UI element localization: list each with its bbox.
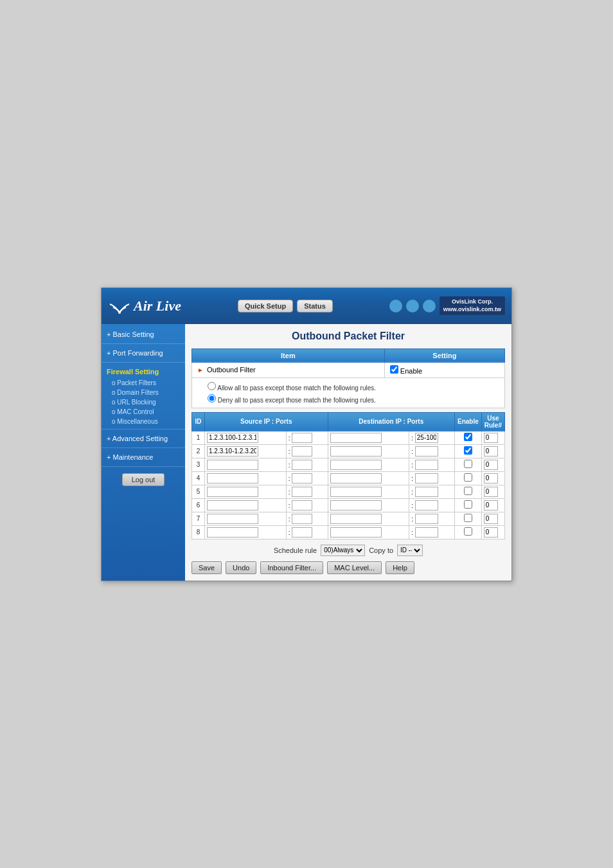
src-ip-input-4[interactable] bbox=[207, 473, 258, 484]
dst-ip-cell-6 bbox=[328, 498, 409, 512]
src-ip-input-3[interactable] bbox=[207, 460, 258, 470]
rule-input-4[interactable] bbox=[484, 473, 498, 484]
dst-port-input-7[interactable] bbox=[415, 514, 438, 524]
sidebar-divider-4 bbox=[102, 448, 185, 448]
dst-ip-cell-2 bbox=[328, 444, 409, 458]
dst-ip-input-2[interactable] bbox=[330, 446, 382, 457]
src-port-input-3[interactable] bbox=[292, 460, 312, 470]
logout-button[interactable]: Log out bbox=[122, 473, 165, 486]
sidebar-divider-1 bbox=[102, 343, 185, 344]
dst-port-input-1[interactable] bbox=[415, 433, 438, 443]
col-item: Item bbox=[192, 348, 385, 362]
table-row: 1 : : bbox=[192, 431, 505, 444]
src-ip-input-8[interactable] bbox=[207, 527, 258, 538]
enable-check-8[interactable] bbox=[464, 527, 472, 536]
src-port-input-8[interactable] bbox=[292, 527, 312, 538]
dst-ip-cell-5 bbox=[328, 485, 409, 498]
src-ip-input-2[interactable] bbox=[207, 446, 258, 457]
src-port-cell-7: : bbox=[286, 512, 328, 525]
src-port-input-4[interactable] bbox=[292, 473, 312, 484]
src-ip-input-1[interactable] bbox=[207, 433, 258, 443]
dst-ip-input-1[interactable] bbox=[330, 433, 382, 443]
th-id: ID bbox=[192, 412, 205, 431]
quick-setup-button[interactable]: Quick Setup bbox=[238, 300, 293, 312]
undo-button[interactable]: Undo bbox=[226, 561, 256, 574]
th-dest: Destination IP : Ports bbox=[328, 412, 454, 431]
sidebar-item-url-blocking[interactable]: o URL Blocking bbox=[102, 397, 185, 407]
sidebar-item-packet-filters[interactable]: o Packet Filters bbox=[102, 378, 185, 388]
save-button[interactable]: Save bbox=[191, 561, 222, 574]
th-rule: Use Rule# bbox=[481, 412, 504, 431]
src-port-cell-2: : bbox=[286, 444, 328, 458]
allow-radio[interactable] bbox=[208, 382, 216, 390]
enable-cell-5 bbox=[454, 485, 481, 498]
dst-port-input-5[interactable] bbox=[415, 487, 438, 497]
row-id-7: 7 bbox=[192, 512, 205, 525]
table-row: 8 : : bbox=[192, 525, 505, 539]
dst-ip-input-8[interactable] bbox=[330, 527, 382, 538]
enable-check-5[interactable] bbox=[464, 487, 472, 495]
enable-check-3[interactable] bbox=[464, 460, 472, 468]
th-enable: Enable bbox=[454, 412, 481, 431]
dst-ip-input-5[interactable] bbox=[330, 487, 382, 497]
sidebar-divider-2 bbox=[102, 362, 185, 363]
dst-port-input-3[interactable] bbox=[415, 460, 438, 470]
src-ip-input-7[interactable] bbox=[207, 514, 258, 524]
src-port-input-6[interactable] bbox=[292, 500, 312, 511]
enable-check-4[interactable] bbox=[464, 473, 472, 482]
enable-check-1[interactable] bbox=[464, 433, 472, 441]
src-port-cell-3: : bbox=[286, 458, 328, 471]
sidebar-item-maintenance[interactable]: + Maintenance bbox=[102, 451, 185, 464]
enable-check-6[interactable] bbox=[464, 500, 472, 509]
rule-input-1[interactable] bbox=[484, 433, 498, 443]
src-port-input-7[interactable] bbox=[292, 514, 312, 524]
page-title: Outbound Packet Filter bbox=[191, 330, 505, 342]
rule-input-7[interactable] bbox=[484, 514, 498, 524]
copy-id-select[interactable]: ID -- bbox=[397, 545, 423, 556]
help-button[interactable]: Help bbox=[386, 561, 414, 574]
dst-port-cell-4: : bbox=[409, 471, 455, 485]
dst-ip-input-3[interactable] bbox=[330, 460, 382, 470]
deny-radio[interactable] bbox=[208, 394, 216, 402]
rule-input-2[interactable] bbox=[484, 446, 498, 457]
rule-input-8[interactable] bbox=[484, 527, 498, 538]
sidebar-item-advanced-setting[interactable]: + Advanced Setting bbox=[102, 432, 185, 445]
src-ip-input-5[interactable] bbox=[207, 487, 258, 497]
config-table: Item Setting ► Outbound Filter Enable bbox=[191, 348, 505, 408]
enable-check-2[interactable] bbox=[464, 446, 472, 455]
schedule-select[interactable]: 00)Always bbox=[321, 545, 365, 556]
dst-port-input-6[interactable] bbox=[415, 500, 438, 511]
outbound-filter-row: ► Outbound Filter Enable bbox=[192, 362, 505, 377]
dst-port-input-2[interactable] bbox=[415, 446, 438, 457]
sidebar-item-miscellaneous[interactable]: o Miscellaneous bbox=[102, 417, 185, 426]
dst-ip-input-7[interactable] bbox=[330, 514, 382, 524]
sidebar-item-firewall-setting[interactable]: Firewall Setting bbox=[102, 365, 185, 378]
dst-ip-input-4[interactable] bbox=[330, 473, 382, 484]
sidebar-item-port-forwarding[interactable]: + Port Forwarding bbox=[102, 347, 185, 359]
dst-port-input-4[interactable] bbox=[415, 473, 438, 484]
rule-input-3[interactable] bbox=[484, 460, 498, 470]
sidebar-item-domain-filters[interactable]: o Domain Filters bbox=[102, 388, 185, 397]
nav-buttons: Quick Setup Status bbox=[238, 300, 333, 312]
status-button[interactable]: Status bbox=[297, 300, 333, 312]
src-ip-input-6[interactable] bbox=[207, 500, 258, 511]
src-ip-cell-8 bbox=[205, 525, 287, 539]
src-port-input-2[interactable] bbox=[292, 446, 312, 457]
enable-check-7[interactable] bbox=[464, 514, 472, 522]
inbound-filter-button[interactable]: Inbound Filter... bbox=[260, 561, 323, 574]
sidebar-item-mac-control[interactable]: o MAC Control bbox=[102, 407, 185, 417]
dst-port-cell-1: : bbox=[409, 431, 455, 444]
rule-input-5[interactable] bbox=[484, 487, 498, 497]
src-port-input-1[interactable] bbox=[292, 433, 312, 443]
dst-port-cell-7: : bbox=[409, 512, 455, 525]
enable-checkbox[interactable] bbox=[390, 365, 398, 374]
sidebar-item-basic-setting[interactable]: + Basic Setting bbox=[102, 328, 185, 341]
browser-window: Air Live Quick Setup Status OvisLink Cor… bbox=[101, 287, 512, 581]
dst-ip-input-6[interactable] bbox=[330, 500, 382, 511]
mac-level-button[interactable]: MAC Level... bbox=[327, 561, 382, 574]
header-icons: OvisLink Corp. www.ovislink.com.tw bbox=[389, 296, 505, 315]
src-port-input-5[interactable] bbox=[292, 487, 312, 497]
rule-input-6[interactable] bbox=[484, 500, 498, 511]
dst-port-input-8[interactable] bbox=[415, 527, 438, 538]
rule-cell-4 bbox=[481, 471, 504, 485]
